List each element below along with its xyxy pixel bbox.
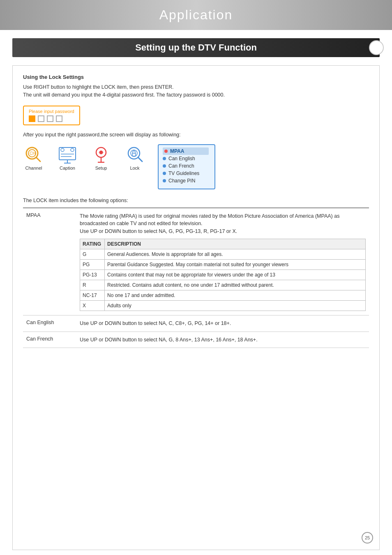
page-title: Application (0, 7, 392, 23)
caption-label: Caption (60, 166, 75, 170)
rating-pg: PG (80, 259, 105, 269)
password-square-3 (47, 115, 53, 122)
desc-r: Restricted. Contains adult content, no o… (105, 280, 366, 290)
info-label-can-french: Can French (23, 332, 76, 348)
channel-icon: CH (23, 144, 44, 166)
table-row: X Adults only (80, 300, 366, 311)
channel-icon-item: CH Channel (23, 144, 44, 170)
lock-menu-item-change-pin[interactable]: Change PIN (163, 177, 209, 184)
rating-header-description: DESCRIPTION (105, 239, 366, 249)
intro-line2: The unit will demand you input the 4-dig… (23, 91, 369, 99)
mpaa-text: The Movie rating (MPAA) is used for orig… (80, 212, 366, 235)
lock-menu-label-can-english: Can English (168, 156, 195, 161)
password-square-4 (56, 115, 62, 122)
caption-icon (57, 144, 78, 166)
svg-rect-17 (132, 153, 136, 156)
setup-label: Setup (95, 166, 107, 170)
desc-x: Adults only (105, 300, 366, 311)
section-title: Setting up the DTV Function (135, 42, 257, 53)
rating-pg13: PG-13 (80, 269, 105, 280)
intro-text: Use RIGHT button to highlight the LOCK i… (23, 83, 369, 99)
svg-line-18 (138, 157, 142, 161)
svg-line-2 (36, 157, 40, 161)
channel-label: Channel (25, 166, 42, 170)
caption-icon-item: Caption (57, 144, 78, 170)
table-row: NC-17 No one 17 and under admitted. (80, 290, 366, 300)
lock-options-text: The LOCK item includes the following opt… (23, 198, 369, 203)
table-row: PG-13 Contains content that may not be a… (80, 269, 366, 280)
password-square-1 (29, 115, 35, 122)
info-label-can-english: Can English (23, 315, 76, 332)
lock-settings-heading: Using the Lock Settings (23, 74, 369, 80)
setup-icon-item: Setup (90, 144, 112, 170)
bullet-can-english (163, 157, 166, 160)
rating-r: R (80, 280, 105, 290)
icons-row: CH Channel Caption (23, 144, 145, 170)
password-box: Please input password (23, 106, 80, 125)
desc-pg13: Contains content that may not be appropr… (105, 269, 366, 280)
lock-icon-item: Lock (124, 144, 145, 170)
rating-table: RATING DESCRIPTION G General Audiences. … (80, 239, 366, 311)
info-table-section: MPAA The Movie rating (MPAA) is used for… (23, 207, 369, 348)
lock-menu-label-can-french: Can French (168, 163, 194, 169)
password-squares (29, 115, 74, 122)
bullet-mpaa (164, 150, 168, 153)
rating-table-body: G General Audiences. Movie is appropriat… (80, 249, 366, 311)
svg-point-5 (61, 148, 64, 152)
lock-menu-item-can-english[interactable]: Can English (163, 155, 209, 162)
intro-line1: Use RIGHT button to highlight the LOCK i… (23, 83, 369, 91)
lock-menu-item-can-french[interactable]: Can French (163, 162, 209, 170)
info-content-mpaa: The Movie rating (MPAA) is used for orig… (76, 208, 369, 315)
circle-badge (369, 40, 384, 55)
rating-g: G (80, 249, 105, 259)
bullet-can-french (163, 164, 166, 168)
lock-menu-container: MPAA Can English Can French TV Guideline… (158, 144, 215, 189)
lock-menu-label-mpaa: MPAA (170, 148, 184, 154)
desc-g: General Audiences. Movie is appropriate … (105, 249, 366, 259)
desc-pg: Parental Guidance Suggested. May contain… (105, 259, 366, 269)
table-row: PG Parental Guidance Suggested. May cont… (80, 259, 366, 269)
desc-nc17: No one 17 and under admitted. (105, 290, 366, 300)
info-content-can-french: Use UP or DOWN button to select NA, G, 8… (76, 332, 369, 348)
info-label-mpaa: MPAA (23, 208, 76, 315)
after-text: After you input the right password,the s… (23, 132, 369, 138)
rating-nc17: NC-17 (80, 290, 105, 300)
section-title-bar: Setting up the DTV Function (12, 38, 380, 57)
page-header: Application (0, 0, 392, 30)
rating-header-rating: RATING (80, 239, 105, 249)
info-content-can-english: Use UP or DOWN button to select NA, C, C… (76, 315, 369, 332)
table-row: G General Audiences. Movie is appropriat… (80, 249, 366, 259)
page-number: 25 (362, 532, 373, 543)
lock-menu-item-tv-guidelines[interactable]: TV Guidelines (163, 170, 209, 177)
bullet-tv-guidelines (163, 172, 166, 175)
main-content: Using the Lock Settings Use RIGHT button… (12, 65, 380, 550)
info-row-can-french: Can French Use UP or DOWN button to sele… (23, 332, 369, 348)
bullet-change-pin (163, 179, 166, 182)
setup-icon (90, 144, 112, 166)
lock-menu-label-tv-guidelines: TV Guidelines (168, 170, 199, 176)
password-square-2 (38, 115, 44, 122)
lock-popup: MPAA Can English Can French TV Guideline… (158, 144, 215, 189)
info-row-mpaa: MPAA The Movie rating (MPAA) is used for… (23, 208, 369, 315)
svg-rect-4 (59, 147, 76, 160)
lock-menu-label-change-pin: Change PIN (168, 178, 195, 184)
svg-point-12 (99, 151, 103, 154)
rating-x: X (80, 300, 105, 311)
svg-point-6 (71, 148, 74, 152)
lock-label: Lock (130, 166, 139, 170)
lock-icon (124, 144, 145, 166)
info-row-can-english: Can English Use UP or DOWN button to sel… (23, 315, 369, 332)
table-row: R Restricted. Contains adult content, no… (80, 280, 366, 290)
password-label: Please input password (29, 109, 74, 114)
svg-text:CH: CH (30, 151, 35, 156)
lock-menu-item-mpaa[interactable]: MPAA (163, 147, 209, 155)
